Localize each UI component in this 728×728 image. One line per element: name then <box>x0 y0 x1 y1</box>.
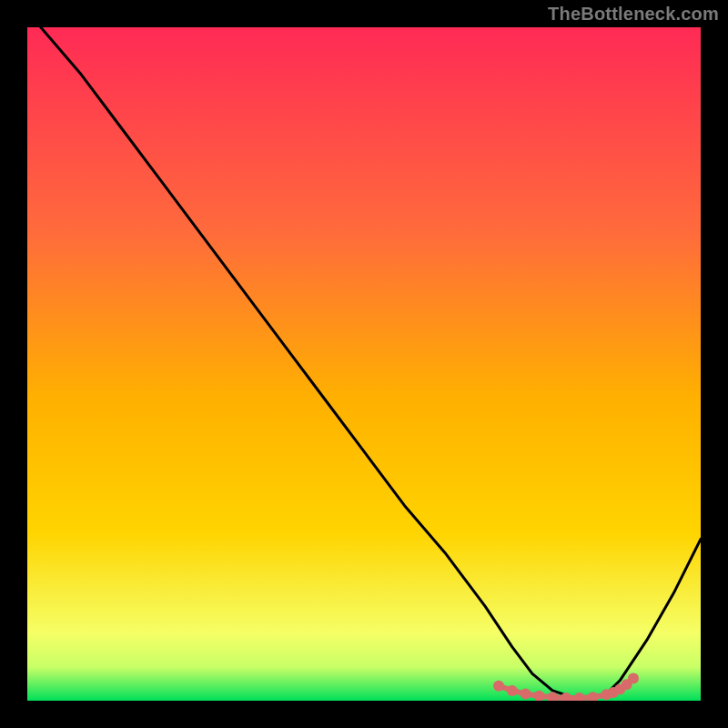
chart-stage: TheBottleneck.com <box>0 0 728 728</box>
chart-background <box>27 27 701 701</box>
watermark-label: TheBottleneck.com <box>548 4 719 25</box>
marker-optimal-range-markers <box>521 689 531 700</box>
chart-svg <box>27 27 701 701</box>
chart-plot <box>27 27 701 701</box>
marker-optimal-range-markers <box>493 681 504 692</box>
marker-optimal-range-markers <box>507 685 518 696</box>
marker-optimal-range-markers <box>628 673 639 684</box>
